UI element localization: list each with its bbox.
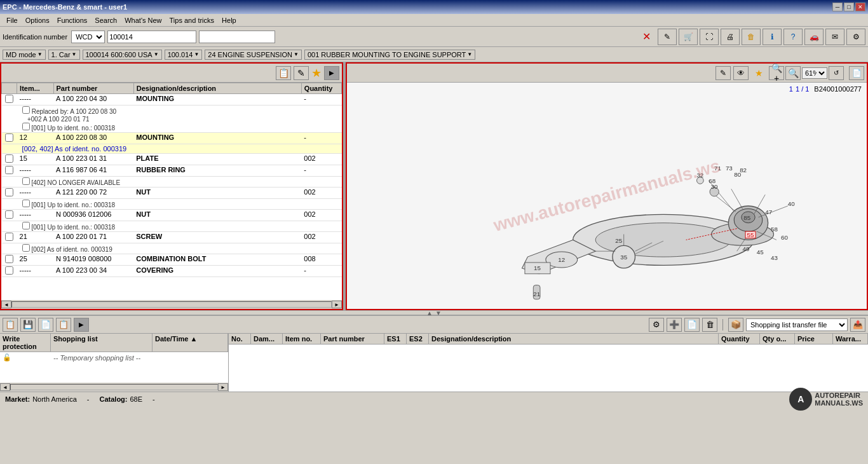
id-input[interactable] xyxy=(107,31,196,43)
menu-options[interactable]: Options xyxy=(22,16,53,25)
table-row[interactable]: ----- A 116 987 06 41 RUBBER RING - xyxy=(2,165,342,177)
zoom-select[interactable]: 61% 75% 100% 50% xyxy=(802,67,827,79)
settings-icon[interactable]: ⚙ xyxy=(846,29,865,45)
col-part-number[interactable]: Part number xyxy=(53,83,133,94)
row-checkbox[interactable] xyxy=(5,255,13,263)
svg-text:45: 45 xyxy=(757,249,764,256)
page-link[interactable]: 1 xyxy=(789,85,793,93)
table-row[interactable]: ----- N 000936 012006 NUT 002 xyxy=(2,210,342,221)
nav-num[interactable]: 100.014 xyxy=(165,50,203,60)
menu-search[interactable]: Search xyxy=(91,16,121,25)
sub-checkbox[interactable] xyxy=(22,106,30,114)
minimize-button[interactable]: ─ xyxy=(832,3,843,11)
id-input2[interactable] xyxy=(199,31,275,43)
logo-area: A AUTOREPAIR MANUALS.WS xyxy=(789,388,863,411)
menu-help[interactable]: Help xyxy=(218,16,240,25)
transfer-file-select[interactable]: Shopping list transfer file xyxy=(746,318,848,331)
svg-text:40: 40 xyxy=(788,200,795,207)
shopping-table-header: Write protection Shopping list Date/Time… xyxy=(0,334,228,352)
shop-scroll-left[interactable]: ◄ xyxy=(0,383,10,391)
collapse-btn[interactable]: ▶ xyxy=(324,66,339,80)
sub-row: [402] NO LONGER AVAILABLE xyxy=(2,177,342,188)
col-designation[interactable]: Designation/description xyxy=(133,83,301,94)
row-checkbox[interactable] xyxy=(5,210,13,219)
clear-icon[interactable]: 🗑 xyxy=(742,29,761,45)
zoom-controls: 🔍+ 🔍 61% 75% 100% 50% ↺ xyxy=(769,66,844,80)
sub-link[interactable]: [002, 402] As of ident. no. 000319 xyxy=(22,145,127,153)
nav-group[interactable]: 24 ENGINE SUSPENSION xyxy=(205,50,302,60)
bottom-erase-btn[interactable]: 🗑 xyxy=(702,318,717,332)
row-checkbox[interactable] xyxy=(5,188,13,196)
zoom-reset-btn[interactable]: ↺ xyxy=(829,66,844,80)
parts-scrollbar[interactable]: ◄ ► xyxy=(1,300,342,309)
help-icon[interactable]: ? xyxy=(783,29,803,45)
cart-icon[interactable]: 🛒 xyxy=(679,29,698,45)
row-checkbox[interactable] xyxy=(5,166,13,174)
bottom-add-btn[interactable]: ➕ xyxy=(667,318,682,332)
horizontal-splitter[interactable]: ▲ ▼ xyxy=(0,310,868,315)
table-row[interactable]: 21 A 100 220 01 71 SCREW 002 xyxy=(2,232,342,243)
bottom-settings-btn[interactable]: ⚙ xyxy=(649,318,664,332)
nav-subgroup[interactable]: 001 RUBBER MOUNTING TO ENGINE SUPPORT xyxy=(304,50,475,60)
image-edit-btn[interactable]: ✎ xyxy=(715,66,731,80)
col-quantity[interactable]: Quantity xyxy=(301,83,341,94)
shopping-scrollbar[interactable]: ◄ ► xyxy=(0,383,228,392)
zoom-out-btn[interactable]: 🔍 xyxy=(785,66,801,80)
edit-icon-btn[interactable]: ✎ xyxy=(294,66,309,80)
table-row[interactable]: 25 N 914019 008000 COMBINATION BOLT 008 xyxy=(2,254,342,266)
sub-row: [002, 402] As of ident. no. 000319 xyxy=(2,144,342,154)
table-row[interactable]: 12 A 100 220 08 30 MOUNTING - xyxy=(2,133,342,144)
bottom-panel: 📋 💾 📄 📋 ▶ ⚙ ➕ 📄 🗑 📦 Shopping list transf… xyxy=(0,315,868,392)
status-bar: Market: North America - Catalog: 68E - A… xyxy=(0,392,868,406)
scroll-right-btn[interactable]: ► xyxy=(332,301,342,308)
det-col-es1: ES1 xyxy=(384,334,407,344)
bottom-split-btn[interactable]: ▶ xyxy=(74,318,89,332)
bottom-list-btn[interactable]: 📋 xyxy=(3,318,18,332)
list-item[interactable]: 🔓 -- Temporary shopping list -- xyxy=(0,352,228,363)
id-type-select[interactable]: WCD VIN FIN xyxy=(71,31,105,43)
fullscreen-icon[interactable]: ⛶ xyxy=(700,29,719,45)
info-icon[interactable]: ℹ xyxy=(763,29,782,45)
row-checkbox[interactable] xyxy=(5,233,13,241)
image-view-btn[interactable]: 👁 xyxy=(733,66,749,80)
menu-tips[interactable]: Tips and tricks xyxy=(166,16,219,25)
menu-whats-new[interactable]: What's New xyxy=(121,16,165,25)
bottom-view-btn[interactable]: 📄 xyxy=(684,318,700,332)
nav-md-mode[interactable]: MD mode xyxy=(3,50,46,60)
image-star-btn[interactable]: ★ xyxy=(751,66,766,80)
bottom-paste-btn[interactable]: 📋 xyxy=(56,318,71,332)
copy-icon-btn[interactable]: 📋 xyxy=(276,66,291,80)
zoom-in-btn[interactable]: 🔍+ xyxy=(769,66,784,80)
market-label: Market: xyxy=(5,395,30,403)
det-col-qty: Quantity xyxy=(719,334,760,344)
favorite-star-btn[interactable]: ★ xyxy=(311,66,322,80)
table-row[interactable]: 15 A 100 223 01 31 PLATE 002 xyxy=(2,154,342,165)
table-row[interactable]: ----- A 100 220 04 30 MOUNTING - xyxy=(2,94,342,106)
row-checkbox[interactable] xyxy=(5,133,13,142)
nav-ident[interactable]: 100014 600:600 USA xyxy=(83,50,162,60)
bottom-export-btn[interactable]: 📤 xyxy=(850,318,865,332)
mail-icon[interactable]: ✉ xyxy=(825,29,844,45)
table-row[interactable]: ----- A 100 223 00 34 COVERING - xyxy=(2,266,342,277)
menu-functions[interactable]: Functions xyxy=(53,16,92,25)
edit-icon[interactable]: ✎ xyxy=(658,29,677,45)
bottom-barcode-btn[interactable]: 📦 xyxy=(728,318,743,332)
row-checkbox[interactable] xyxy=(5,154,13,163)
maximize-button[interactable]: □ xyxy=(844,3,854,11)
image-export-btn[interactable]: 📄 xyxy=(849,66,864,80)
designation-cell: COVERING xyxy=(133,266,301,277)
table-row[interactable]: ----- A 121 220 00 72 NUT 002 xyxy=(2,188,342,199)
bottom-save-btn[interactable]: 💾 xyxy=(20,318,36,332)
shop-scroll-right[interactable]: ► xyxy=(218,383,228,391)
nav-car-type[interactable]: 1. Car xyxy=(48,50,80,60)
close-button[interactable]: ✕ xyxy=(855,3,865,11)
menu-file[interactable]: File xyxy=(3,16,22,25)
bottom-copy-btn[interactable]: 📄 xyxy=(38,318,53,332)
row-checkbox[interactable] xyxy=(5,95,13,103)
col-item[interactable]: Item... xyxy=(17,83,53,94)
row-checkbox[interactable] xyxy=(5,266,13,275)
scroll-left-btn[interactable]: ◄ xyxy=(1,301,11,308)
cancel-icon[interactable]: ✕ xyxy=(637,29,656,45)
car-icon[interactable]: 🚗 xyxy=(804,29,824,45)
print-icon[interactable]: 🖨 xyxy=(721,29,740,45)
